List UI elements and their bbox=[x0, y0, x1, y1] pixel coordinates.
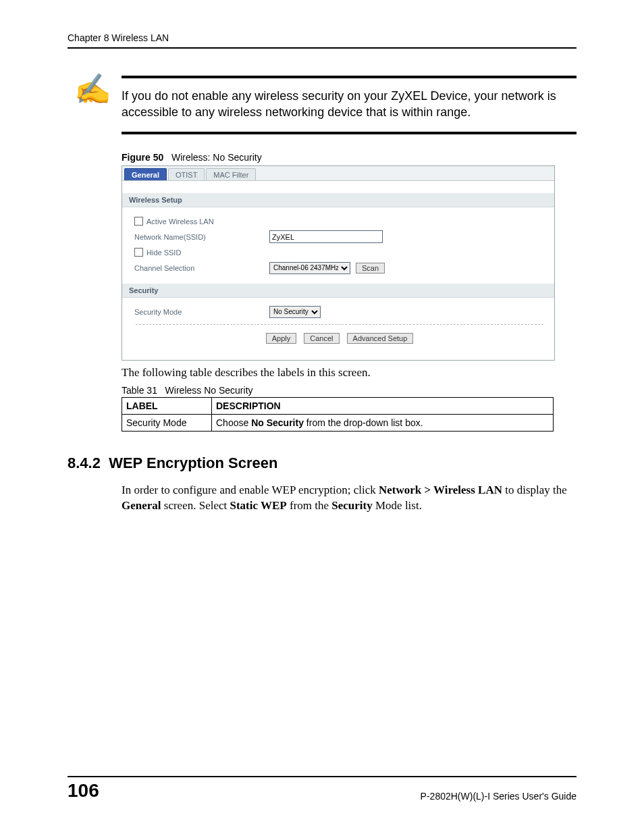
description-table: LABEL DESCRIPTION Security Mode Choose N… bbox=[122, 397, 554, 432]
figure-title: Wireless: No Security bbox=[171, 152, 262, 163]
channel-select[interactable]: Channel-06 2437MHz bbox=[269, 262, 350, 274]
advanced-setup-button[interactable]: Advanced Setup bbox=[347, 333, 414, 344]
screenshot-wireless-no-security: General OTIST MAC Filter Wireless Setup … bbox=[122, 165, 555, 361]
table-label: Table 31 bbox=[122, 385, 157, 396]
hide-ssid-label: Hide SSID bbox=[146, 249, 181, 257]
cancel-button[interactable]: Cancel bbox=[304, 333, 339, 344]
guide-name: P-2802H(W)(L)-I Series User's Guide bbox=[421, 791, 576, 802]
tab-mac-filter[interactable]: MAC Filter bbox=[206, 168, 256, 180]
section-heading-842: 8.4.2 WEP Encryption Screen bbox=[68, 454, 576, 472]
cell-description: Choose No Security from the drop-down li… bbox=[212, 414, 554, 431]
security-mode-select[interactable]: No Security bbox=[269, 306, 321, 318]
tabs-bar: General OTIST MAC Filter bbox=[122, 166, 554, 181]
figure-caption: Figure 50 Wireless: No Security bbox=[122, 152, 576, 163]
figure-label: Figure 50 bbox=[122, 152, 163, 163]
col-label-header: LABEL bbox=[122, 397, 212, 414]
ssid-label: Network Name(SSID) bbox=[134, 233, 269, 241]
section-wireless-setup-header: Wireless Setup bbox=[122, 193, 554, 207]
tab-general[interactable]: General bbox=[124, 168, 167, 180]
cell-label: Security Mode bbox=[122, 414, 212, 431]
hide-ssid-checkbox[interactable] bbox=[134, 248, 143, 257]
page-number: 106 bbox=[68, 780, 99, 802]
col-description-header: DESCRIPTION bbox=[212, 397, 554, 414]
page-footer: 106 P-2802H(W)(L)-I Series User's Guide bbox=[68, 776, 576, 802]
scan-button[interactable]: Scan bbox=[356, 263, 385, 273]
apply-button[interactable]: Apply bbox=[266, 333, 297, 344]
divider bbox=[136, 324, 543, 325]
note-icon: ✍ bbox=[74, 74, 111, 104]
channel-selection-label: Channel Selection bbox=[134, 264, 269, 272]
note-text: If you do not enable any wireless securi… bbox=[122, 88, 576, 121]
security-mode-label: Security Mode bbox=[134, 308, 269, 316]
ssid-input[interactable] bbox=[269, 230, 383, 243]
section-842-paragraph: In order to configure and enable WEP enc… bbox=[122, 483, 576, 514]
tab-otist[interactable]: OTIST bbox=[168, 168, 205, 180]
active-wireless-lan-label: Active Wireless LAN bbox=[146, 217, 214, 226]
table-intro-text: The following table describes the labels… bbox=[122, 366, 576, 380]
table-title: Wireless No Security bbox=[165, 385, 253, 396]
active-wireless-lan-checkbox[interactable] bbox=[134, 217, 143, 226]
table-header-row: LABEL DESCRIPTION bbox=[122, 397, 554, 414]
table-caption: Table 31 Wireless No Security bbox=[122, 385, 576, 396]
section-security-header: Security bbox=[122, 284, 554, 298]
table-row: Security Mode Choose No Security from th… bbox=[122, 414, 554, 431]
running-header: Chapter 8 Wireless LAN bbox=[68, 32, 576, 49]
note-block: ✍ If you do not enable any wireless secu… bbox=[122, 76, 576, 134]
